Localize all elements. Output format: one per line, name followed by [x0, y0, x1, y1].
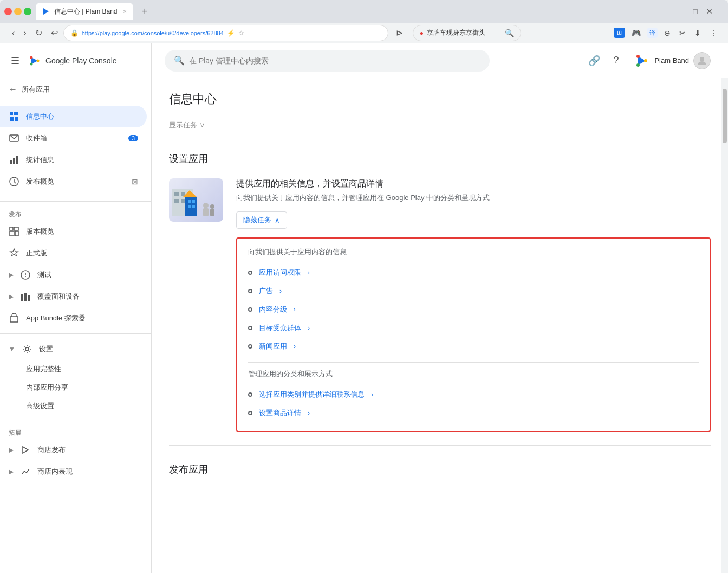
minimize-window-button[interactable]: -: [14, 8, 22, 15]
svg-rect-40: [188, 200, 191, 203]
menu-button[interactable]: ⋮: [707, 27, 719, 40]
extensions-button[interactable]: ⊞: [614, 28, 625, 38]
scrollbar-thumb[interactable]: [723, 89, 727, 143]
back-button[interactable]: ‹: [9, 26, 18, 40]
task-arrow-icon: ›: [294, 306, 296, 313]
sidebar-item-dashboard[interactable]: 信息中心: [0, 106, 147, 127]
sidebar-item-version-overview[interactable]: 版本概览: [0, 221, 147, 242]
external-search-icon: ●: [420, 29, 424, 37]
sidebar-header: ☰ Google Play Console: [0, 43, 151, 78]
scissors-button[interactable]: ✂: [677, 27, 688, 40]
sidebar-menu-button[interactable]: ☰: [9, 53, 22, 69]
topbar-account[interactable]: Plam Band: [628, 50, 715, 72]
dashboard-icon: [9, 111, 20, 122]
task-app-access[interactable]: 应用访问权限 ›: [248, 263, 699, 282]
task-dot-icon: [248, 289, 252, 293]
sidebar-item-inbox[interactable]: 收件箱 3: [0, 127, 147, 149]
scrollbar-track[interactable]: [722, 78, 728, 573]
browser-restore-icon[interactable]: □: [691, 5, 700, 18]
adblock-button[interactable]: ⊖: [662, 27, 673, 40]
tasks-section1-title: 向我们提供关于应用内容的信息: [248, 247, 699, 257]
svg-point-26: [25, 347, 29, 351]
version-overview-icon: [9, 226, 20, 237]
browser-minimize-icon[interactable]: —: [675, 5, 687, 18]
sidebar-divider-3: [0, 420, 151, 420]
browser-titlebar: × - + 信息中心 | Plam Band × + — □ ✕: [0, 0, 728, 23]
stats-icon: [9, 154, 20, 165]
bundle-icon: [9, 313, 20, 324]
sidebar-item-release-overview[interactable]: 发布概览 ⊠: [0, 171, 147, 192]
link-icon-button[interactable]: 🔗: [585, 51, 603, 70]
svg-point-47: [210, 204, 214, 209]
download-button[interactable]: ⬇: [692, 27, 703, 40]
svg-rect-38: [181, 199, 185, 203]
browser-close-icon[interactable]: ✕: [704, 5, 715, 18]
maximize-window-button[interactable]: +: [24, 8, 31, 15]
task-ads[interactable]: 广告 ›: [248, 282, 699, 300]
stop-button[interactable]: ↩: [48, 25, 61, 40]
svg-rect-15: [10, 227, 13, 230]
svg-point-21: [25, 276, 26, 277]
new-tab-button[interactable]: +: [138, 6, 152, 17]
address-bar[interactable]: 🔒 https://play.google.com/console/u/0/de…: [63, 25, 388, 41]
svg-rect-39: [185, 197, 197, 216]
svg-point-32: [636, 63, 640, 67]
svg-rect-8: [10, 117, 14, 121]
coverage-icon: [20, 291, 31, 302]
setup-app-section: 设置应用: [169, 152, 711, 446]
svg-rect-43: [192, 205, 195, 208]
svg-point-45: [203, 203, 209, 208]
sidebar-section-release: 发布: [0, 206, 151, 221]
search-input[interactable]: [189, 56, 480, 65]
close-window-button[interactable]: ×: [4, 8, 12, 15]
sidebar-item-settings[interactable]: ▼ 设置: [0, 338, 151, 360]
forward-button[interactable]: ›: [20, 26, 29, 40]
task-store-details[interactable]: 设置商品详情 ›: [248, 404, 699, 422]
address-bar-action1[interactable]: ⊳: [393, 25, 406, 40]
partial-card: 显示任务 ∨: [169, 120, 711, 139]
translate-button[interactable]: 译: [647, 28, 658, 38]
tasks-box: 向我们提供关于应用内容的信息 应用访问权限 › 广告 ›: [236, 237, 711, 432]
task-arrow-icon: ›: [280, 287, 282, 295]
sidebar-sub-item-internal-share[interactable]: 内部应用分享: [0, 378, 151, 397]
task-target-audience-label: 目标受众群体: [259, 323, 301, 333]
sidebar-item-store-publish[interactable]: ▶ 商店发布: [0, 439, 151, 461]
tab-close-button[interactable]: ×: [123, 8, 127, 15]
hide-tasks-label: 隐藏任务: [243, 215, 271, 225]
sidebar-item-coverage[interactable]: ▶ 覆盖面和设备: [0, 286, 151, 307]
sidebar-item-store-performance[interactable]: ▶ 商店内表现: [0, 461, 151, 482]
sidebar-item-stats[interactable]: 统计信息: [0, 149, 147, 171]
task-news-app[interactable]: 新闻应用 ›: [248, 337, 699, 356]
svg-rect-6: [10, 112, 13, 115]
url-text: https://play.google.com/console/u/0/deve…: [82, 30, 224, 36]
task-content-rating[interactable]: 内容分级 ›: [248, 300, 699, 319]
task-dot-icon: [248, 326, 252, 330]
svg-rect-13: [16, 156, 18, 164]
sidebar-sub-item-app-completeness[interactable]: 应用完整性: [0, 360, 151, 378]
task-arrow-icon: ›: [308, 409, 310, 417]
search-container[interactable]: 🔍: [165, 50, 490, 72]
svg-rect-12: [13, 158, 15, 164]
sidebar: ☰ Google Play Console ← 所有应用: [0, 43, 152, 573]
sidebar-item-testing[interactable]: ▶ 测试: [0, 264, 151, 286]
browser-tab[interactable]: 信息中心 | Plam Band ×: [36, 3, 133, 20]
task-target-audience[interactable]: 目标受众群体 ›: [248, 319, 699, 337]
external-search-btn[interactable]: 🔍: [505, 29, 514, 37]
sidebar-item-formal[interactable]: 正式版: [0, 242, 147, 264]
advanced-settings-label: 高级设置: [26, 401, 54, 411]
reload-button[interactable]: ↻: [32, 25, 46, 40]
sidebar-item-bundle[interactable]: App Bundle 探索器: [0, 307, 147, 329]
back-to-all-apps[interactable]: ← 所有应用: [0, 78, 151, 101]
publish-section-title: 发布应用: [169, 463, 711, 476]
task-news-app-label: 新闻应用: [259, 342, 287, 351]
sidebar-sub-item-advanced-settings[interactable]: 高级设置: [0, 397, 151, 415]
hide-tasks-button[interactable]: 隐藏任务 ∧: [236, 211, 287, 229]
task-app-category[interactable]: 选择应用类别并提供详细联系信息 ›: [248, 385, 699, 404]
user-avatar[interactable]: [693, 52, 711, 69]
help-button[interactable]: ?: [610, 51, 622, 69]
svg-rect-42: [188, 205, 191, 208]
game-icon-button[interactable]: 🎮: [629, 27, 643, 40]
expand-arrow-testing: ▶: [9, 271, 14, 279]
publish-app-section: 发布应用: [169, 463, 711, 476]
inbox-badge: 3: [128, 135, 138, 141]
